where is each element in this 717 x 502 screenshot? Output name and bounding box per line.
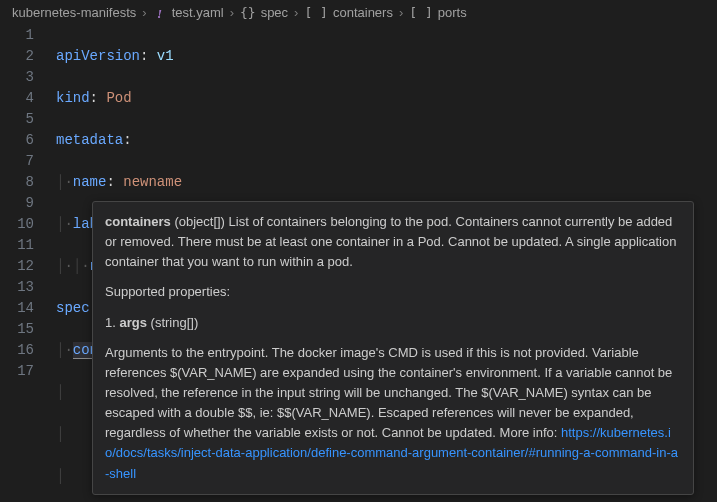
chevron-right-icon: ›	[142, 5, 146, 20]
yaml-value: v1	[157, 48, 174, 64]
yaml-value: newname	[123, 174, 182, 190]
line-number: 12	[0, 256, 34, 277]
line-number: 10	[0, 214, 34, 235]
yaml-file-icon: !	[153, 6, 167, 20]
chevron-right-icon: ›	[294, 5, 298, 20]
yaml-key: name	[73, 174, 107, 190]
line-number-gutter: 1 2 3 4 5 6 7 8 9 10 11 12 13 14 15 16 1…	[0, 25, 56, 502]
line-number: 13	[0, 277, 34, 298]
breadcrumb-folder[interactable]: kubernetes-manifests	[12, 5, 136, 20]
line-number: 3	[0, 67, 34, 88]
breadcrumb-symbol[interactable]: [ ] containers	[304, 5, 392, 20]
object-icon: {}	[240, 5, 256, 20]
breadcrumb-file[interactable]: ! test.yaml	[153, 5, 224, 20]
line-number: 6	[0, 130, 34, 151]
tooltip-prop-name: args	[119, 315, 146, 330]
line-number: 14	[0, 298, 34, 319]
line-number: 9	[0, 193, 34, 214]
tooltip-heading-type: (object[])	[174, 214, 225, 229]
code-editor[interactable]: 1 2 3 4 5 6 7 8 9 10 11 12 13 14 15 16 1…	[0, 25, 717, 502]
tooltip-heading-key: containers	[105, 214, 171, 229]
array-icon: [ ]	[304, 5, 327, 20]
line-number: 8	[0, 172, 34, 193]
line-number: 1	[0, 25, 34, 46]
chevron-right-icon: ›	[399, 5, 403, 20]
breadcrumb-symbol[interactable]: [ ] ports	[409, 5, 466, 20]
tooltip-prop-number: 1.	[105, 315, 116, 330]
yaml-value: Pod	[106, 90, 131, 106]
yaml-key: apiVersion	[56, 48, 140, 64]
line-number: 5	[0, 109, 34, 130]
yaml-key: metadata	[56, 132, 123, 148]
line-number: 2	[0, 46, 34, 67]
breadcrumb: kubernetes-manifests › ! test.yaml › {} …	[0, 0, 717, 25]
line-number: 7	[0, 151, 34, 172]
line-number: 17	[0, 361, 34, 382]
yaml-key: kind	[56, 90, 90, 106]
tooltip-supported-label: Supported properties:	[105, 282, 681, 302]
chevron-right-icon: ›	[230, 5, 234, 20]
line-number: 15	[0, 319, 34, 340]
hover-tooltip: containers (object[]) List of containers…	[92, 201, 694, 495]
tooltip-prop-type: (string[])	[151, 315, 199, 330]
array-icon: [ ]	[409, 5, 432, 20]
line-number: 4	[0, 88, 34, 109]
breadcrumb-symbol[interactable]: {} spec	[240, 5, 288, 20]
yaml-key: spec	[56, 300, 90, 316]
line-number: 16	[0, 340, 34, 361]
line-number: 11	[0, 235, 34, 256]
